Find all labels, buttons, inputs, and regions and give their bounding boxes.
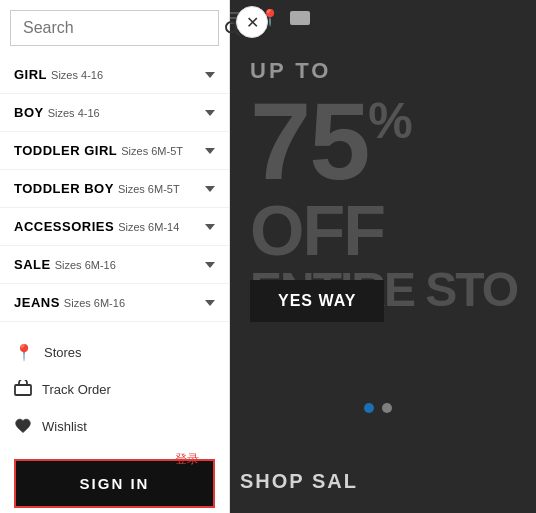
wishlist-heart-icon (14, 417, 32, 436)
nav-label-sale: SALESizes 6M-16 (14, 257, 116, 272)
heart-icon (14, 417, 32, 433)
close-button[interactable]: ✕ (236, 6, 268, 38)
hero-percent: % (368, 96, 410, 146)
package-icon (14, 380, 32, 396)
map-thumbnail-icon (290, 11, 310, 25)
hero-panel: 📍 UP TO 75 % OFF ENTIRE STO YES WAY SHOP… (220, 0, 536, 513)
chevron-down-icon-boy (205, 110, 215, 116)
search-bar[interactable] (10, 10, 219, 46)
nav-item-toddler-girl[interactable]: TODDLER GIRLSizes 6M-5T (0, 132, 229, 170)
left-nav-panel: GIRLSizes 4-16 BOYSizes 4-16 TODDLER GIR… (0, 0, 230, 513)
carousel-dot-1[interactable] (364, 403, 374, 413)
carousel-dot-2[interactable] (382, 403, 392, 413)
wishlist-label: Wishlist (42, 419, 87, 434)
hero-off: OFF (250, 196, 517, 266)
track-order-label: Track Order (42, 382, 111, 397)
nav-label-toddler-boy: TODDLER BOYSizes 6M-5T (14, 181, 180, 196)
nav-label-toddler-girl: TODDLER GIRLSizes 6M-5T (14, 143, 183, 158)
signin-chinese-label: 登录 (175, 451, 199, 468)
bottom-links: 📍 Stores Track Order Wishlist (0, 330, 229, 449)
chevron-down-icon-accessories (205, 224, 215, 230)
track-order-box-icon (14, 380, 32, 399)
nav-item-sale[interactable]: SALESizes 6M-16 (0, 246, 229, 284)
nav-list: GIRLSizes 4-16 BOYSizes 4-16 TODDLER GIR… (0, 56, 229, 322)
track-order-link[interactable]: Track Order (0, 371, 229, 408)
chevron-down-icon-girl (205, 72, 215, 78)
chevron-down-icon-toddler-boy (205, 186, 215, 192)
nav-label-boy: BOYSizes 4-16 (14, 105, 100, 120)
stores-link[interactable]: 📍 Stores (0, 334, 229, 371)
carousel-dots (220, 403, 536, 413)
shop-sale-text: SHOP SAL (240, 470, 358, 493)
svg-rect-2 (15, 385, 31, 395)
nav-label-accessories: ACCESSORIESSizes 6M-14 (14, 219, 179, 234)
nav-item-boy[interactable]: BOYSizes 4-16 (0, 94, 229, 132)
chevron-down-icon-sale (205, 262, 215, 268)
nav-item-accessories[interactable]: ACCESSORIESSizes 6M-14 (0, 208, 229, 246)
nav-item-girl[interactable]: GIRLSizes 4-16 (0, 56, 229, 94)
chevron-down-icon-toddler-girl (205, 148, 215, 154)
nav-label-girl: GIRLSizes 4-16 (14, 67, 103, 82)
nav-item-jeans[interactable]: JEANSSizes 6M-16 (0, 284, 229, 322)
hero-text: UP TO 75 % OFF ENTIRE STO (250, 60, 517, 314)
wishlist-link[interactable]: Wishlist (0, 408, 229, 445)
stores-label: Stores (44, 345, 82, 360)
nav-label-jeans: JEANSSizes 6M-16 (14, 295, 125, 310)
stores-pin-icon: 📍 (14, 343, 34, 362)
hero-number: 75 (250, 86, 368, 196)
yes-way-button[interactable]: YES WAY (250, 280, 384, 322)
nav-item-toddler-boy[interactable]: TODDLER BOYSizes 6M-5T (0, 170, 229, 208)
signin-area: 登录 SIGN IN (0, 449, 229, 513)
search-input[interactable] (23, 19, 223, 37)
chevron-down-icon-jeans (205, 300, 215, 306)
